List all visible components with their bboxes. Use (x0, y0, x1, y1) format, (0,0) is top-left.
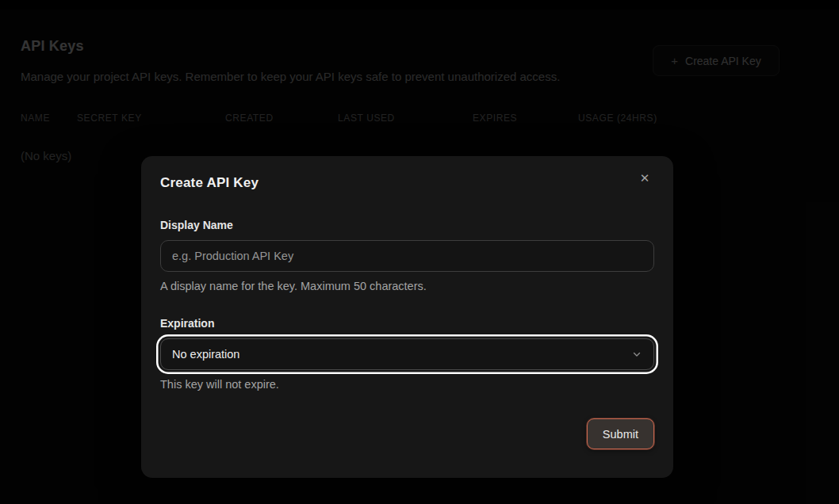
chevron-down-icon (631, 349, 642, 360)
expiration-select[interactable]: No expiration (160, 338, 654, 370)
display-name-label: Display Name (160, 219, 233, 231)
expiration-helper: This key will not expire. (160, 378, 279, 391)
create-api-key-modal: Create API Key ✕ Display Name A display … (141, 156, 673, 478)
submit-button[interactable]: Submit (587, 418, 654, 449)
display-name-helper: A display name for the key. Maximum 50 c… (160, 280, 427, 292)
expiration-label: Expiration (160, 317, 214, 330)
close-icon[interactable]: ✕ (634, 166, 656, 189)
display-name-input[interactable] (160, 240, 654, 272)
expiration-selected-value: No expiration (172, 348, 239, 361)
modal-title: Create API Key (160, 175, 259, 191)
